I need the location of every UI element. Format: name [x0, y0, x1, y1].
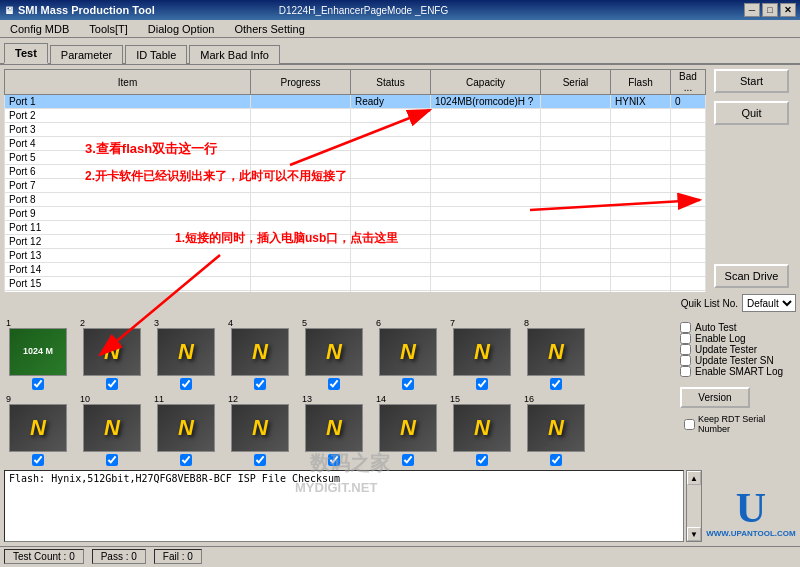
device-checkbox[interactable] — [328, 378, 340, 390]
device-icon[interactable]: N — [305, 328, 363, 376]
col-header-serial: Serial — [541, 70, 611, 95]
device-item[interactable]: 11N — [152, 394, 220, 466]
table-row[interactable]: Port 9 — [5, 207, 706, 221]
device-item[interactable]: 3N — [152, 318, 220, 390]
device-icon[interactable]: N — [157, 404, 215, 452]
status-bar: Test Count : 0 Pass : 0 Fail : 0 — [0, 546, 800, 566]
option-row: Enable SMART Log — [680, 366, 792, 377]
menu-others-setting[interactable]: Others Setting — [228, 21, 310, 37]
table-row[interactable]: Port 15 — [5, 277, 706, 291]
maximize-button[interactable]: □ — [762, 3, 778, 17]
col-header-bad: Bad ... — [671, 70, 706, 95]
device-item[interactable]: 8N — [522, 318, 590, 390]
menu-dialog-option[interactable]: Dialog Option — [142, 21, 221, 37]
option-checkbox[interactable] — [680, 366, 691, 377]
device-checkbox[interactable] — [402, 454, 414, 466]
device-item[interactable]: 10N — [78, 394, 146, 466]
device-item[interactable]: 14N — [374, 394, 442, 466]
device-icon[interactable]: N — [527, 328, 585, 376]
table-row[interactable]: Port 12 — [5, 235, 706, 249]
device-icon[interactable]: N — [305, 404, 363, 452]
tab-id-table[interactable]: ID Table — [125, 45, 187, 64]
device-item[interactable]: 4N — [226, 318, 294, 390]
device-checkbox[interactable] — [476, 378, 488, 390]
table-row[interactable]: Port 5 — [5, 151, 706, 165]
option-checkbox[interactable] — [680, 344, 691, 355]
device-icon[interactable]: N — [379, 404, 437, 452]
option-checkbox[interactable] — [680, 322, 691, 333]
device-checkbox[interactable] — [180, 378, 192, 390]
test-count-status: Test Count : 0 — [4, 549, 84, 564]
port-table: Item Progress Status Capacity Serial Fla… — [4, 69, 706, 292]
device-icon[interactable]: N — [453, 328, 511, 376]
scroll-up-button[interactable]: ▲ — [687, 471, 701, 485]
table-row[interactable]: Port 11 — [5, 221, 706, 235]
table-row[interactable]: Port 13 — [5, 249, 706, 263]
device-item[interactable]: 2N — [78, 318, 146, 390]
device-item[interactable]: 11024 M — [4, 318, 72, 390]
menu-tools[interactable]: Tools[T] — [83, 21, 134, 37]
option-checkbox[interactable] — [680, 333, 691, 344]
device-item[interactable]: 13N — [300, 394, 368, 466]
device-item[interactable]: 6N — [374, 318, 442, 390]
keep-rdt-checkbox[interactable] — [684, 419, 695, 430]
device-icon[interactable]: N — [157, 328, 215, 376]
device-item[interactable]: 7N — [448, 318, 516, 390]
close-button[interactable]: ✕ — [780, 3, 796, 17]
quit-button[interactable]: Quit — [714, 101, 789, 125]
device-checkbox[interactable] — [476, 454, 488, 466]
device-checkbox[interactable] — [106, 454, 118, 466]
device-icon[interactable]: N — [9, 404, 67, 452]
device-item[interactable]: 12N — [226, 394, 294, 466]
device-checkbox[interactable] — [180, 454, 192, 466]
menu-config-mdb[interactable]: Config MDB — [4, 21, 75, 37]
minimize-button[interactable]: ─ — [744, 3, 760, 17]
device-n-label: N — [326, 415, 342, 441]
device-item[interactable]: 15N — [448, 394, 516, 466]
fail-status: Fail : 0 — [154, 549, 202, 564]
right-button-panel: Start Quit Scan Drive — [710, 65, 800, 292]
table-row[interactable]: Port 6 — [5, 165, 706, 179]
scan-drive-button[interactable]: Scan Drive — [714, 264, 789, 288]
log-textbox[interactable]: Flash: Hynix,512Gbit,H27QFG8VEB8R-BCF IS… — [4, 470, 684, 542]
device-checkbox[interactable] — [402, 378, 414, 390]
device-item[interactable]: 5N — [300, 318, 368, 390]
tab-parameter[interactable]: Parameter — [50, 45, 123, 64]
device-checkbox[interactable] — [550, 378, 562, 390]
device-grid: 11024 M2N3N4N5N6N7N8N 9N10N11N12N13N14N1… — [4, 318, 672, 466]
device-checkbox[interactable] — [550, 454, 562, 466]
table-row[interactable]: Port 4 — [5, 137, 706, 151]
title-bar: 🖥 SMI Mass Production Tool D1224H_Enhanc… — [0, 0, 800, 20]
device-icon[interactable]: N — [231, 328, 289, 376]
table-row[interactable]: Port 7 — [5, 179, 706, 193]
version-button[interactable]: Version — [680, 387, 750, 408]
option-row: Update Tester SN — [680, 355, 792, 366]
tab-mark-bad-info[interactable]: Mark Bad Info — [189, 45, 279, 64]
device-checkbox[interactable] — [254, 378, 266, 390]
tab-test[interactable]: Test — [4, 43, 48, 64]
option-checkbox[interactable] — [680, 355, 691, 366]
device-icon[interactable]: N — [83, 404, 141, 452]
table-row[interactable]: Port 14 — [5, 263, 706, 277]
device-item[interactable]: 16N — [522, 394, 590, 466]
device-checkbox[interactable] — [106, 378, 118, 390]
table-row[interactable]: Port 3 — [5, 123, 706, 137]
table-row[interactable]: Port 2 — [5, 109, 706, 123]
device-checkbox[interactable] — [254, 454, 266, 466]
device-icon[interactable]: N — [83, 328, 141, 376]
device-icon[interactable]: N — [527, 404, 585, 452]
device-checkbox[interactable] — [32, 378, 44, 390]
scroll-down-button[interactable]: ▼ — [687, 527, 701, 541]
table-row[interactable]: Port 1Ready1024MB(romcode)H ?HYNIX0 — [5, 95, 706, 109]
device-checkbox[interactable] — [328, 454, 340, 466]
start-button[interactable]: Start — [714, 69, 789, 93]
pass-status: Pass : 0 — [92, 549, 146, 564]
device-icon[interactable]: N — [231, 404, 289, 452]
device-icon[interactable]: N — [379, 328, 437, 376]
quik-list-dropdown[interactable]: Default — [742, 294, 796, 312]
device-item[interactable]: 9N — [4, 394, 72, 466]
device-icon[interactable]: N — [453, 404, 511, 452]
table-row[interactable]: Port 8 — [5, 193, 706, 207]
device-checkbox[interactable] — [32, 454, 44, 466]
device-icon[interactable]: 1024 M — [9, 328, 67, 376]
